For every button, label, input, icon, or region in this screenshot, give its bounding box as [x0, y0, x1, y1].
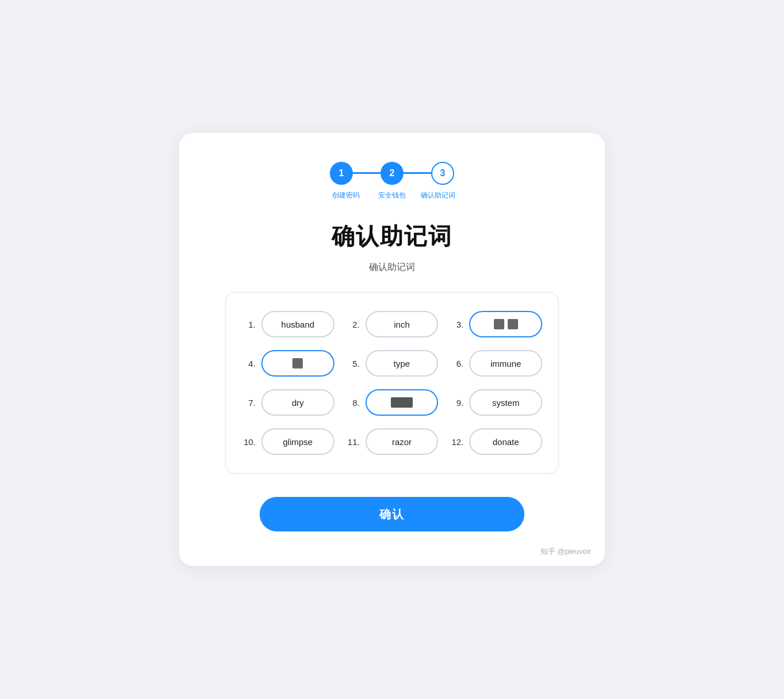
- mnemonic-item-1: 1. husband: [242, 311, 334, 337]
- mnemonic-num-4: 4.: [242, 359, 256, 369]
- mnemonic-word-10[interactable]: glimpse: [261, 428, 334, 455]
- mnemonic-word-11[interactable]: razor: [366, 428, 439, 455]
- mnemonic-num-1: 1.: [242, 320, 256, 329]
- mnemonic-num-6: 6.: [450, 359, 463, 369]
- step-1-circle: 1: [330, 162, 353, 185]
- mnemonic-item-8: 8.: [346, 389, 439, 416]
- mnemonic-num-7: 7.: [242, 398, 256, 408]
- mnemonic-num-12: 12.: [450, 437, 463, 447]
- mnemonic-item-11: 11. razor: [346, 428, 439, 455]
- mnemonic-word-2[interactable]: inch: [366, 311, 439, 337]
- blur-8a: [391, 397, 413, 408]
- mnemonic-word-7[interactable]: dry: [261, 389, 334, 416]
- step-3-label: 确认助记词: [415, 191, 461, 200]
- blur-3b: [508, 319, 518, 329]
- stepper-labels: 创建密码 安全钱包 确认助记词: [323, 191, 461, 200]
- mnemonic-num-9: 9.: [450, 398, 463, 408]
- mnemonic-num-3: 3.: [450, 320, 463, 329]
- mnemonic-item-6: 6. immune: [450, 350, 542, 377]
- mnemonic-word-3[interactable]: [469, 311, 542, 337]
- mnemonic-num-5: 5.: [346, 359, 360, 369]
- mnemonic-num-10: 10.: [242, 437, 256, 447]
- mnemonic-item-3: 3.: [450, 311, 542, 337]
- page-title: 确认助记词: [225, 221, 559, 252]
- confirm-button[interactable]: 确认: [260, 497, 524, 531]
- mnemonic-item-5: 5. type: [346, 350, 439, 377]
- mnemonic-item-12: 12. donate: [450, 428, 542, 455]
- step-3-circle: 3: [431, 162, 454, 185]
- mnemonic-num-2: 2.: [346, 320, 360, 329]
- mnemonic-word-1[interactable]: husband: [261, 311, 334, 337]
- mnemonic-word-12[interactable]: donate: [469, 428, 542, 455]
- step-line-2: [404, 172, 431, 174]
- step-line-1: [353, 172, 380, 174]
- mnemonic-word-5[interactable]: type: [366, 350, 439, 377]
- stepper-circles: 1 2 3: [330, 162, 454, 185]
- mnemonic-num-11: 11.: [346, 437, 360, 447]
- mnemonic-item-4: 4.: [242, 350, 334, 377]
- page-subtitle: 确认助记词: [225, 261, 559, 273]
- mnemonic-word-4[interactable]: [261, 350, 334, 377]
- mnemonic-item-10: 10. glimpse: [242, 428, 334, 455]
- step-2-circle: 2: [380, 162, 404, 185]
- mnemonic-word-9[interactable]: system: [469, 389, 542, 416]
- mnemonic-num-8: 8.: [346, 398, 360, 408]
- step-1-label: 创建密码: [323, 191, 369, 200]
- blur-4a: [292, 358, 303, 369]
- mnemonic-item-2: 2. inch: [346, 311, 439, 337]
- watermark: 知乎 @pleuvoir: [541, 546, 591, 557]
- blur-3a: [494, 319, 504, 329]
- mnemonic-box: 1. husband 2. inch 3. 4.: [225, 292, 559, 474]
- stepper: 1 2 3 创建密码 安全钱包 确认助记词: [225, 162, 559, 200]
- step-2-label: 安全钱包: [369, 191, 415, 200]
- mnemonic-word-6[interactable]: immune: [469, 350, 542, 377]
- mnemonic-item-9: 9. system: [450, 389, 542, 416]
- mnemonic-item-7: 7. dry: [242, 389, 334, 416]
- mnemonic-word-8[interactable]: [366, 389, 439, 416]
- main-card: 1 2 3 创建密码 安全钱包 确认助记词 确认助记词 确认助记词 1. hus…: [179, 133, 605, 567]
- mnemonic-grid: 1. husband 2. inch 3. 4.: [242, 311, 542, 455]
